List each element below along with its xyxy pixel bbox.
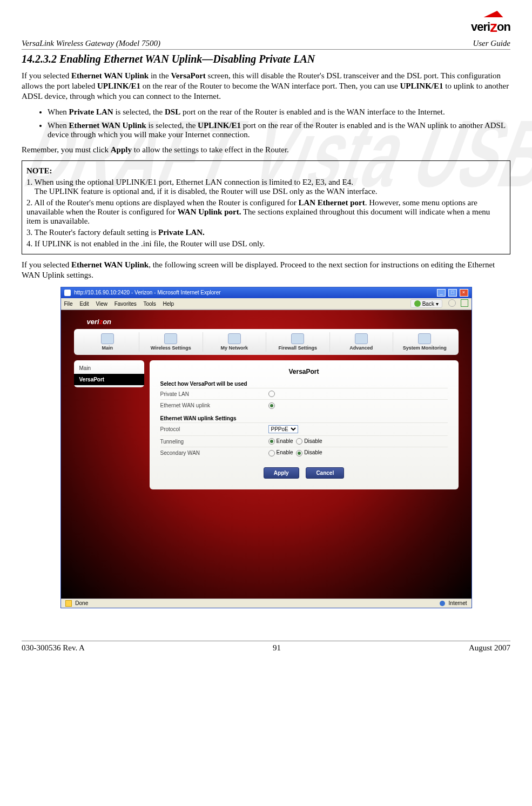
advanced-icon [355,333,368,344]
nav-monitoring[interactable]: System Monitoring [393,332,456,352]
sidebar-item-versaport[interactable]: VersaPort [74,374,144,385]
logo-row: verizon [22,11,510,35]
note-item: 2. All of the Router's menu options are … [26,198,506,226]
back-icon [414,300,421,307]
panel-title: VersaPort [160,368,448,375]
status-right: Internet [449,600,467,606]
radio-tunnel-enable[interactable] [268,438,275,445]
main-panel: VersaPort Select how VersaPort will be u… [150,360,459,489]
close-button[interactable]: × [460,289,468,297]
menu-view[interactable]: View [96,301,107,307]
network-icon [228,333,241,344]
text: to allow the settings to take effect in … [132,145,289,154]
menu-favorites[interactable]: Favorites [115,301,137,307]
paragraph-3: If you selected Ethernet WAN Uplink, the… [22,260,510,280]
ie-icon [64,290,71,296]
radio-secwan-enable[interactable] [268,450,275,456]
stop-icon[interactable] [448,299,456,307]
cancel-button[interactable]: Cancel [306,467,344,479]
internet-icon [440,601,445,606]
section-heading: 14.2.3.2 Enabling Ethernet WAN Uplink—Di… [22,53,510,65]
text-bold: Ethernet WAN Uplink [71,260,149,269]
label-secondary-wan: Secondary WAN [160,450,268,456]
radio-tunnel-disable[interactable] [296,438,302,445]
text: in the [149,71,171,80]
monitor-icon [418,333,431,344]
window-buttons: _ □ × [436,289,468,297]
group-title: Select how VersaPort will be used [160,381,448,387]
logo-check-icon [484,11,507,17]
text-bold: UPLINK/E1 [97,82,140,90]
page-brand-logo: verizon [87,318,459,326]
text-bold: Apply [111,145,132,154]
text: 1. When using the optional UPLINK/E1 por… [26,178,353,186]
label-private-lan: Private LAN [160,391,268,397]
menu-items: File Edit View Favorites Tools Help [64,301,180,307]
nav-label: Firewall Settings [268,345,327,351]
back-label: Back [422,301,434,307]
window-titlebar: http://10.16.90.10:2420 - Verizon - Micr… [61,287,472,298]
text: The UPLINK feature is optional and, if i… [26,187,378,196]
text-bold: UPLINK/E1 [198,121,241,130]
text: If you selected [22,260,71,269]
text-bold: UPLINK/E1 [400,82,443,90]
home-icon [101,333,114,344]
toolbar-right: Back ▾ [410,299,468,308]
text: 3. The Router's factory default setting … [26,228,158,237]
apply-button[interactable]: Apply [264,467,299,479]
menu-help[interactable]: Help [163,301,174,307]
text-bold: VersaPort [171,71,205,80]
paragraph-1: If you selected Ethernet WAN Uplink in t… [22,71,510,102]
text-bold: DSL [165,108,180,116]
select-protocol[interactable]: PPPoE [268,425,298,433]
refresh-icon[interactable] [461,299,468,307]
radio-private-lan[interactable] [268,391,275,397]
menu-edit[interactable]: Edit [79,301,89,307]
minimize-button[interactable]: _ [437,289,446,297]
header-left: VersaLink Wireless Gateway (Model 7500) [22,39,160,48]
nav-mynetwork[interactable]: My Network [203,332,266,352]
nav-label: Advanced [332,345,391,351]
nav-wireless[interactable]: Wireless Settings [139,332,203,352]
radio-secwan-disable[interactable] [296,450,302,456]
status-left: Done [75,600,88,606]
note-title: NOTE: [26,166,52,175]
nav-label: Main [78,345,137,351]
menu-tools[interactable]: Tools [143,301,156,307]
status-bar: Done Internet [61,599,472,608]
header-right: User Guide [473,39,510,48]
menu-file[interactable]: File [64,301,73,307]
text: When [48,108,69,116]
text: port on the rear of the Router is enable… [180,108,445,116]
nav-label: My Network [205,345,264,351]
bullet-list: When Private LAN is selected, the DSL po… [48,108,510,139]
nav-advanced[interactable]: Advanced [329,332,393,352]
footer-right: August 2007 [469,643,510,653]
dropdown-icon: ▾ [436,301,439,307]
browser-viewport: verizon Main Wireless Settings My Networ… [61,310,472,599]
nav-label: System Monitoring [395,345,454,351]
row-ethernet-wan: Ethernet WAN uplink [160,399,448,411]
footer-page: 91 [273,643,281,653]
window-title: http://10.16.90.10:2420 - Verizon - Micr… [74,290,220,295]
sidebar: Main VersaPort [74,360,144,387]
text: on the rear of the Router to become the … [140,82,400,90]
sidebar-item-main[interactable]: Main [74,362,144,374]
back-button[interactable]: Back ▾ [410,299,442,308]
note-item: 3. The Router's factory default setting … [26,228,506,237]
text: Remember, you must click [22,145,111,154]
label-ethernet-wan: Ethernet WAN uplink [160,402,268,408]
maximize-button[interactable]: □ [448,289,457,297]
browser-window: http://10.16.90.10:2420 - Verizon - Micr… [60,287,472,608]
nav-main[interactable]: Main [76,332,139,352]
radio-ethernet-wan[interactable] [268,402,275,409]
label-disable: Disable [304,449,322,455]
row-secondary-wan: Secondary WAN Enable Disable [160,447,448,458]
nav-firewall[interactable]: Firewall Settings [266,332,329,352]
note-box: NOTE: 1. When using the optional UPLINK/… [22,160,510,254]
page-header: VersaLink Wireless Gateway (Model 7500) … [22,39,510,50]
text-bold: LAN Ethernet port [298,198,365,207]
list-item: When Private LAN is selected, the DSL po… [48,108,510,117]
label-enable: Enable [277,438,293,444]
note-item: 4. If UPLINK is not enabled in the .ini … [26,239,506,248]
